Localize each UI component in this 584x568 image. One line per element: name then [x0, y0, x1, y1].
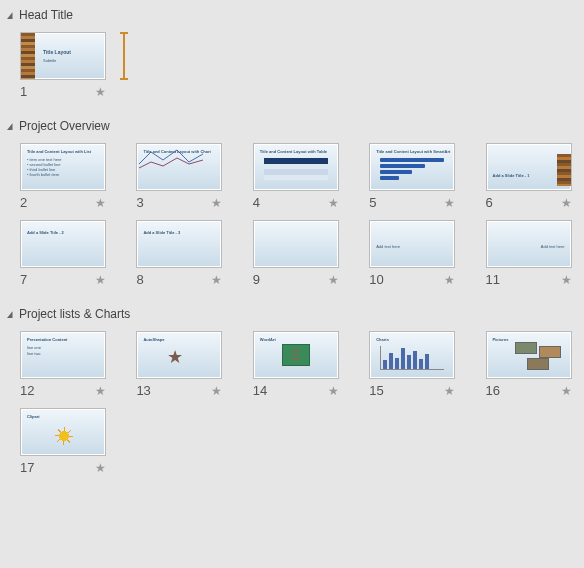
- slide-number: 1: [20, 84, 27, 99]
- slide-cell: Title and Content Layout with Table 4 ★: [253, 143, 339, 210]
- slide-thumbnail[interactable]: Title and Content Layout with Chart: [136, 143, 222, 191]
- slide-cell: WordArt YourTextHere14 ★: [253, 331, 339, 398]
- slide-thumbnail[interactable]: Title and Content Layout with List • ite…: [20, 143, 106, 191]
- slide-thumbnail[interactable]: Charts: [369, 331, 455, 379]
- slide-thumbnail[interactable]: Clipart: [20, 408, 106, 456]
- slide-thumbnail[interactable]: Presentation Content line one line two: [20, 331, 106, 379]
- slide-number: 2: [20, 195, 27, 210]
- slide-number: 17: [20, 460, 34, 475]
- slide-cell: Charts 15 ★: [369, 331, 455, 398]
- animation-star-icon[interactable]: ★: [561, 273, 572, 287]
- slide-thumbnail[interactable]: Pictures: [486, 331, 572, 379]
- slide-cell: 9 ★: [253, 220, 339, 287]
- animation-star-icon[interactable]: ★: [561, 384, 572, 398]
- section-header[interactable]: ◢ Head Title: [0, 4, 584, 26]
- collapse-icon: ◢: [7, 309, 13, 319]
- slide-cell: AutoShape ★13 ★: [136, 331, 222, 398]
- collapse-icon: ◢: [7, 121, 13, 131]
- animation-star-icon[interactable]: ★: [444, 196, 455, 210]
- slide-number: 13: [136, 383, 150, 398]
- slide-thumbnail[interactable]: Title and Content Layout with Table: [253, 143, 339, 191]
- animation-star-icon[interactable]: ★: [95, 384, 106, 398]
- slide-grid: Title Layout Subtitle 1 ★: [0, 26, 584, 115]
- slide-thumbnail[interactable]: Title Layout Subtitle: [20, 32, 106, 80]
- slide-cell: Title Layout Subtitle 1 ★: [20, 32, 128, 99]
- slide-thumbnail[interactable]: Add a Slide Title - 2: [20, 220, 106, 268]
- slide-thumbnail[interactable]: Add a Slide Title - 1: [486, 143, 572, 191]
- section-title: Project Overview: [19, 119, 110, 133]
- slide-number: 16: [486, 383, 500, 398]
- slide-cell: Add a Slide Title - 38 ★: [136, 220, 222, 287]
- animation-star-icon[interactable]: ★: [328, 196, 339, 210]
- slide-thumbnail[interactable]: Add a Slide Title - 3: [136, 220, 222, 268]
- slide-cell: Title and Content Layout with SmartArt 5…: [369, 143, 455, 210]
- slide-number: 12: [20, 383, 34, 398]
- slide-cell: Title and Content Layout with List • ite…: [20, 143, 106, 210]
- slide-cell: Add text here11 ★: [486, 220, 572, 287]
- slide-thumbnail[interactable]: Title and Content Layout with SmartArt: [369, 143, 455, 191]
- animation-star-icon[interactable]: ★: [444, 384, 455, 398]
- transition-indicator[interactable]: [120, 32, 128, 80]
- slide-number: 9: [253, 272, 260, 287]
- slide-grid: Presentation Content line one line two12…: [0, 325, 584, 491]
- slide-number: 15: [369, 383, 383, 398]
- slide-cell: Title and Content Layout with Chart 3 ★: [136, 143, 222, 210]
- slide-number: 4: [253, 195, 260, 210]
- animation-star-icon[interactable]: ★: [211, 196, 222, 210]
- animation-star-icon[interactable]: ★: [328, 384, 339, 398]
- slide-number: 11: [486, 272, 500, 287]
- slide-thumbnail[interactable]: Add text here: [369, 220, 455, 268]
- section-header[interactable]: ◢ Project lists & Charts: [0, 303, 584, 325]
- animation-star-icon[interactable]: ★: [211, 273, 222, 287]
- slide-cell: Presentation Content line one line two12…: [20, 331, 106, 398]
- slide-grid: Title and Content Layout with List • ite…: [0, 137, 584, 303]
- animation-star-icon[interactable]: ★: [328, 273, 339, 287]
- slide-cell: Add a Slide Title - 27 ★: [20, 220, 106, 287]
- slide-number: 6: [486, 195, 493, 210]
- section-title: Project lists & Charts: [19, 307, 130, 321]
- animation-star-icon[interactable]: ★: [95, 196, 106, 210]
- animation-star-icon[interactable]: ★: [95, 85, 106, 99]
- slide-cell: Clipart 17 ★: [20, 408, 106, 475]
- slide-cell: Add a Slide Title - 16 ★: [486, 143, 572, 210]
- slide-thumbnail[interactable]: Add text here: [486, 220, 572, 268]
- animation-star-icon[interactable]: ★: [95, 461, 106, 475]
- animation-star-icon[interactable]: ★: [211, 384, 222, 398]
- animation-star-icon[interactable]: ★: [561, 196, 572, 210]
- slide-thumbnail[interactable]: WordArt YourTextHere: [253, 331, 339, 379]
- collapse-icon: ◢: [7, 10, 13, 20]
- slide-number: 8: [136, 272, 143, 287]
- animation-star-icon[interactable]: ★: [95, 273, 106, 287]
- slide-thumbnail[interactable]: [253, 220, 339, 268]
- slide-number: 7: [20, 272, 27, 287]
- animation-star-icon[interactable]: ★: [444, 273, 455, 287]
- slide-number: 10: [369, 272, 383, 287]
- slide-number: 3: [136, 195, 143, 210]
- slide-cell: Add text here10 ★: [369, 220, 455, 287]
- slide-number: 5: [369, 195, 376, 210]
- slide-cell: Pictures 16 ★: [486, 331, 572, 398]
- slide-number: 14: [253, 383, 267, 398]
- slide-thumbnail[interactable]: AutoShape ★: [136, 331, 222, 379]
- section-header[interactable]: ◢ Project Overview: [0, 115, 584, 137]
- section-title: Head Title: [19, 8, 73, 22]
